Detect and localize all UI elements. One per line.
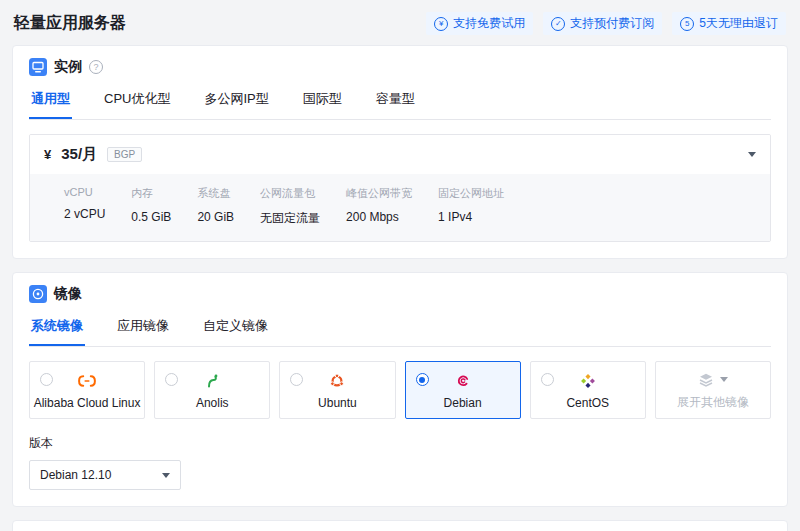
- instance-icon: [29, 58, 47, 76]
- os-option-centos[interactable]: CentOS: [530, 361, 646, 419]
- expand-other-images-button[interactable]: 展开其他镜像: [655, 361, 771, 419]
- ubuntu-logo-icon: [329, 373, 345, 390]
- spec-peak-bandwidth: 峰值公网带宽 200 Mbps: [346, 186, 412, 227]
- refund-badge[interactable]: 5 5天无理由退订: [672, 12, 786, 35]
- spec-value: 无固定流量: [260, 210, 320, 227]
- image-icon: [29, 285, 47, 303]
- chevron-down-icon[interactable]: [748, 152, 756, 157]
- spec-value: 1 IPv4: [438, 210, 504, 224]
- spec-label: 固定公网地址: [438, 186, 504, 201]
- spec-value: 2 vCPU: [64, 207, 105, 221]
- spec-system-disk: 系统盘 20 GiB: [197, 186, 234, 227]
- page-title: 轻量应用服务器: [14, 13, 126, 34]
- instance-tabs: 通用型 CPU优化型 多公网IP型 国际型 容量型: [29, 86, 771, 120]
- radio-button[interactable]: [165, 373, 178, 386]
- spec-memory: 内存 0.5 GiB: [131, 186, 171, 227]
- badge-label: 5天无理由退订: [699, 15, 778, 32]
- network-type-tag: BGP: [107, 147, 142, 162]
- os-option-label: Anolis: [196, 396, 229, 410]
- instance-card: 实例 ? 通用型 CPU优化型 多公网IP型 国际型 容量型 ¥ 35/月 BG…: [12, 45, 788, 259]
- chevron-down-icon[interactable]: [162, 473, 170, 478]
- layers-icon: [698, 372, 714, 388]
- promo-badges: ¥ 支持免费试用 ✓ 支持预付费订阅 5 5天无理由退订: [426, 12, 786, 35]
- radio-button[interactable]: [290, 373, 303, 386]
- free-trial-badge[interactable]: ¥ 支持免费试用: [426, 12, 533, 35]
- spec-value: 0.5 GiB: [131, 210, 171, 224]
- help-icon[interactable]: ?: [89, 60, 103, 74]
- spec-label: 峰值公网带宽: [346, 186, 412, 201]
- plan-price: 35/月: [61, 145, 97, 164]
- badge-label: 支持预付费订阅: [570, 15, 654, 32]
- section-title-image: 镜像: [54, 285, 82, 303]
- spec-traffic-package: 公网流量包 无固定流量: [260, 186, 320, 227]
- plan-selector[interactable]: ¥ 35/月 BGP vCPU 2 vCPU 内存 0.5 GiB 系统盘 20…: [29, 134, 771, 242]
- spec-label: 系统盘: [197, 186, 234, 201]
- free-trial-icon: ¥: [434, 17, 448, 31]
- os-option-alibaba-cloud-linux[interactable]: Alibaba Cloud Linux: [29, 361, 145, 419]
- section-title-instance: 实例: [54, 58, 82, 76]
- os-option-label: Alibaba Cloud Linux: [34, 396, 141, 410]
- os-option-row: Alibaba Cloud Linux Anolis Ubuntu: [29, 361, 771, 419]
- image-card: 镜像 系统镜像 应用镜像 自定义镜像 Alibaba Cloud Linux A…: [12, 272, 788, 507]
- debian-logo-icon: [455, 373, 471, 390]
- spec-label: 公网流量包: [260, 186, 320, 201]
- page-header: 轻量应用服务器 ¥ 支持免费试用 ✓ 支持预付费订阅 5 5天无理由退订: [12, 10, 788, 45]
- plan-price-currency: ¥: [44, 147, 51, 162]
- five-day-icon: 5: [680, 17, 694, 31]
- version-select[interactable]: Debian 12.10: [29, 460, 181, 490]
- radio-button[interactable]: [416, 373, 429, 386]
- prepaid-subscription-badge[interactable]: ✓ 支持预付费订阅: [543, 12, 662, 35]
- os-option-label: CentOS: [566, 396, 609, 410]
- os-option-anolis[interactable]: Anolis: [154, 361, 270, 419]
- spec-value: 20 GiB: [197, 210, 234, 224]
- spec-fixed-public-ip: 固定公网地址 1 IPv4: [438, 186, 504, 227]
- radio-button[interactable]: [40, 373, 53, 386]
- tab-system-image[interactable]: 系统镜像: [29, 313, 85, 346]
- tab-general[interactable]: 通用型: [29, 86, 72, 119]
- version-label: 版本: [29, 435, 771, 452]
- version-value: Debian 12.10: [40, 468, 111, 482]
- tab-custom-image[interactable]: 自定义镜像: [201, 313, 270, 346]
- centos-logo-icon: [580, 373, 596, 390]
- tab-cpu-optimized[interactable]: CPU优化型: [102, 86, 172, 119]
- tab-app-image[interactable]: 应用镜像: [115, 313, 171, 346]
- os-option-debian[interactable]: Debian: [405, 361, 521, 419]
- radio-button[interactable]: [541, 373, 554, 386]
- expand-icon-group: [698, 372, 728, 388]
- chevron-down-icon[interactable]: [720, 377, 728, 382]
- spec-value: 200 Mbps: [346, 210, 412, 224]
- spec-label: vCPU: [64, 186, 105, 198]
- alibaba-cloud-linux-logo-icon: [76, 373, 98, 390]
- plan-specs: vCPU 2 vCPU 内存 0.5 GiB 系统盘 20 GiB 公网流量包 …: [30, 174, 770, 241]
- expand-label: 展开其他镜像: [677, 394, 749, 411]
- region-card: 地域 上海: [12, 520, 788, 531]
- instance-section-header: 实例 ?: [29, 58, 771, 76]
- badge-label: 支持免费试用: [453, 15, 525, 32]
- tab-international[interactable]: 国际型: [301, 86, 344, 119]
- plan-price-row[interactable]: ¥ 35/月 BGP: [30, 135, 770, 174]
- page: 轻量应用服务器 ¥ 支持免费试用 ✓ 支持预付费订阅 5 5天无理由退订 实例 …: [0, 0, 800, 531]
- image-tabs: 系统镜像 应用镜像 自定义镜像: [29, 313, 771, 347]
- spec-vcpu: vCPU 2 vCPU: [64, 186, 105, 227]
- spec-label: 内存: [131, 186, 171, 201]
- anolis-logo-icon: [204, 373, 220, 390]
- tab-multi-public-ip[interactable]: 多公网IP型: [202, 86, 270, 119]
- tab-capacity[interactable]: 容量型: [374, 86, 417, 119]
- image-section-header: 镜像: [29, 285, 771, 303]
- os-option-ubuntu[interactable]: Ubuntu: [279, 361, 395, 419]
- os-option-label: Debian: [444, 396, 482, 410]
- check-circle-icon: ✓: [551, 17, 565, 31]
- os-option-label: Ubuntu: [318, 396, 357, 410]
